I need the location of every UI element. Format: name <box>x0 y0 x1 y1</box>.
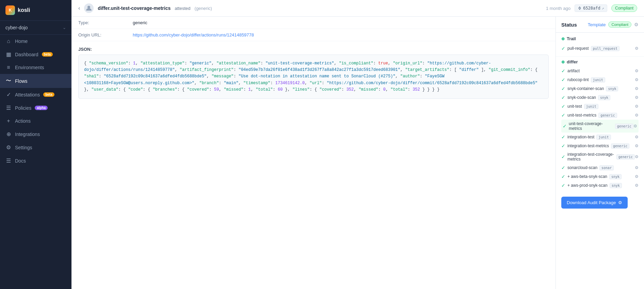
json-section: JSON: { "schema_version": 1, "attestatio… <box>71 41 556 104</box>
back-button[interactable]: ‹ <box>78 5 80 11</box>
list-item: ✓ integration-test-metrics generic ⚙ <box>561 141 639 150</box>
trail-item-settings-icon[interactable]: ⚙ <box>635 113 639 118</box>
compliant-badge: Compliant <box>611 4 637 12</box>
topbar-title: differ.unit-test-coverage-metrics <box>98 5 171 11</box>
trail-item-settings-icon[interactable]: ⚙ <box>635 165 639 170</box>
status-settings-icon[interactable]: ⚙ <box>634 22 639 27</box>
check-icon: ✓ <box>561 68 565 74</box>
check-icon: ✓ <box>561 46 565 51</box>
sidebar-item-label: Policies <box>15 105 31 111</box>
trail-item-settings-icon[interactable]: ⚙ <box>635 104 639 109</box>
alpha-badge: alpha <box>35 106 48 110</box>
download-button-label: Download Audit Package <box>567 200 616 205</box>
sidebar-item-policies[interactable]: ☰ Policies alpha <box>0 101 71 115</box>
check-icon: ✓ <box>561 143 565 149</box>
content-area: Type: generic Origin URL: https://github… <box>71 17 644 289</box>
org-selector[interactable]: cyber-dojo ⌄ <box>0 21 71 35</box>
topbar-generic: (generic) <box>195 6 212 11</box>
check-icon: ✓ <box>561 112 565 118</box>
external-link-icon: ↗ <box>602 6 604 11</box>
list-item: ✓ integration-test-coverage-metrics gene… <box>561 150 639 163</box>
logo-text: kosli <box>18 7 30 13</box>
beta-badge: beta <box>43 92 54 97</box>
sidebar-item-label: Actions <box>15 118 31 124</box>
trail-item: ✓ pull-request pull_request ⚙ <box>561 44 639 53</box>
trail-item-settings-icon[interactable]: ⚙ <box>635 143 639 148</box>
sidebar-item-actions[interactable]: + Actions <box>0 115 71 127</box>
sidebar-item-docs[interactable]: ☰ Docs <box>0 154 71 167</box>
status-compliant-badge: Compliant <box>608 21 631 28</box>
flows-icon: 〜 <box>5 77 12 85</box>
trail-name: pull-request <box>567 46 589 51</box>
trail-item-settings-icon[interactable]: ⚙ <box>633 124 637 128</box>
trail-tag: generic <box>615 124 633 129</box>
trail-name: rubocop-lint <box>567 77 589 82</box>
check-icon: ✓ <box>561 95 565 100</box>
check-icon: ✓ <box>561 174 565 179</box>
environments-icon: ≡ <box>5 64 12 71</box>
trail-item-settings-icon[interactable]: ⚙ <box>635 174 639 179</box>
sidebar-item-environments[interactable]: ≡ Environments <box>0 61 71 74</box>
sidebar-item-label: Flows <box>15 78 28 84</box>
trail-name: integration-test-coverage-metrics <box>567 152 614 162</box>
origin-url-label: Origin URL: <box>78 32 133 37</box>
avatar <box>84 3 94 13</box>
list-item: ✓ + aws-prod-snyk-scan snyk ⚙ <box>561 181 639 190</box>
check-icon: ✓ <box>561 104 565 109</box>
policies-icon: ☰ <box>5 105 12 111</box>
differ-section: ⊕ differ ✓ artifact ⚙ ✓ r <box>556 57 644 193</box>
sidebar: K kosli cyber-dojo ⌄ ⌂ Home ▦ Dashboard … <box>0 0 71 289</box>
trail-item-settings-icon[interactable]: ⚙ <box>635 77 639 82</box>
trail-section: ⊕ Trail ✓ pull-request pull_request ⚙ <box>556 33 644 57</box>
trail-header: ⊕ Trail <box>561 36 639 41</box>
sidebar-item-integrations[interactable]: ⊕ Integrations <box>0 127 71 141</box>
sidebar-item-dashboard[interactable]: ▦ Dashboard beta <box>0 48 71 61</box>
sidebar-item-label: Home <box>15 39 28 44</box>
check-icon: ✓ <box>561 154 565 159</box>
status-panel-scroll: ⊕ Trail ✓ pull-request pull_request ⚙ <box>556 33 644 289</box>
sidebar-item-label: Docs <box>15 158 26 164</box>
trail-item-settings-icon[interactable]: ⚙ <box>635 135 639 139</box>
sidebar-item-settings[interactable]: ⚙ Settings <box>0 141 71 154</box>
list-item: ✓ rubocop-lint junit ⚙ <box>561 75 639 84</box>
trail-tag: generic <box>598 113 617 118</box>
list-item: ✓ unit-test junit ⚙ <box>561 102 639 111</box>
differ-header: ⊕ differ <box>561 59 639 64</box>
sidebar-item-label: Settings <box>15 145 32 150</box>
list-item: ✓ unit-test-metrics generic ⚙ <box>561 111 639 120</box>
integrations-icon: ⊕ <box>5 131 12 137</box>
trail-name: + aws-beta-snyk-scan <box>567 174 607 179</box>
trail-name: unit-test-metrics <box>567 113 596 118</box>
status-panel: Status Template Compliant ⚙ ⊕ Trail <box>556 17 644 289</box>
trail-name: snyk-container-scan <box>567 86 604 91</box>
trail-item-settings-icon[interactable]: ⚙ <box>635 95 639 100</box>
dashboard-icon: ▦ <box>5 51 12 58</box>
trail-tag: junit <box>591 77 605 82</box>
list-item: ✓ artifact ⚙ <box>561 66 639 75</box>
attestations-icon: ✓ <box>5 91 12 98</box>
trail-item-settings-icon[interactable]: ⚙ <box>635 46 639 51</box>
trail-name: sonarcloud-scan <box>567 165 597 170</box>
template-tab[interactable]: Template <box>588 22 606 27</box>
download-audit-package-button[interactable]: Download Audit Package ⚙ <box>561 197 628 209</box>
commit-hash: 6528afd <box>583 6 600 11</box>
origin-url-link[interactable]: https://github.com/cyber-dojo/differ/act… <box>133 32 254 37</box>
detail-panel: Type: generic Origin URL: https://github… <box>71 17 556 289</box>
org-name: cyber-dojo <box>5 25 28 30</box>
sidebar-item-label: Integrations <box>15 132 40 137</box>
list-item: ✓ unit-test-coverage-metrics generic ⚙ <box>561 120 639 133</box>
trail-item-settings-icon[interactable]: ⚙ <box>635 69 639 73</box>
sidebar-item-home[interactable]: ⌂ Home <box>0 35 71 48</box>
trail-tag: snyk <box>606 86 618 91</box>
settings-icon: ⚙ <box>5 144 12 151</box>
sidebar-item-flows[interactable]: 〜 Flows <box>0 74 71 88</box>
sidebar-item-attestations[interactable]: ✓ Attestations beta <box>0 88 71 101</box>
home-icon: ⌂ <box>5 38 12 44</box>
status-header: Status Template Compliant ⚙ <box>556 17 644 33</box>
trail-item-settings-icon[interactable]: ⚙ <box>635 154 639 159</box>
trail-item-settings-icon[interactable]: ⚙ <box>635 183 639 188</box>
json-label: JSON: <box>78 47 549 52</box>
type-label: Type: <box>78 20 133 25</box>
trail-item-settings-icon[interactable]: ⚙ <box>635 86 639 91</box>
list-item: ✓ snyk-code-scan snyk ⚙ <box>561 93 639 102</box>
